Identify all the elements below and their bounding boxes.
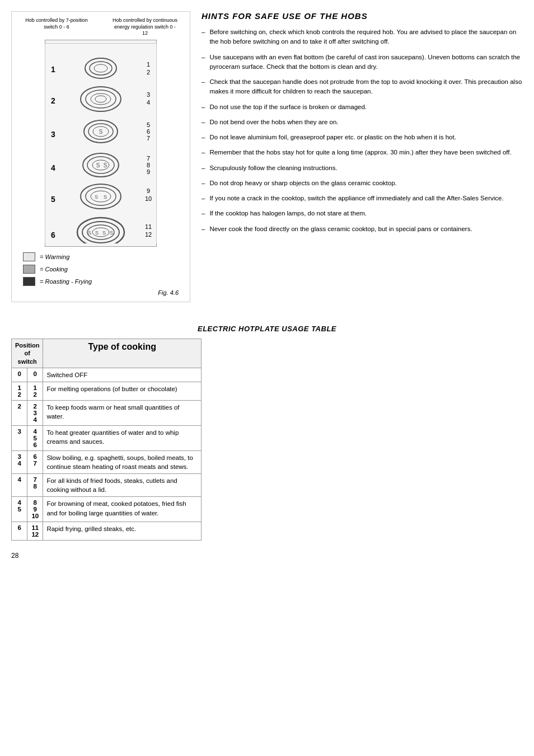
- hint-text: If the cooktop has halogen lamps, do not…: [209, 209, 523, 218]
- table-row: 22 3 4To keep foods warm or heat small q…: [12, 401, 202, 426]
- row6-s3: S: [102, 230, 106, 236]
- col-pos2: 11 12: [27, 522, 43, 541]
- hint-text: Use saucepans with an even flat bottom (…: [209, 53, 523, 72]
- row5-s1: S: [95, 194, 98, 200]
- left-panel: Hob controlled by 7-position switch 0 - …: [11, 11, 190, 302]
- hint-item: –Do not bend over the hobs when they are…: [202, 118, 523, 127]
- col-pos1: 0: [12, 368, 27, 382]
- hint-item: –Remember that the hobs stay hot for qui…: [202, 148, 523, 157]
- legend-box-medium: [23, 265, 35, 274]
- row1-right1: 1: [147, 61, 150, 68]
- row3-s: S: [99, 129, 103, 135]
- hint-item: –Do not use the top if the surface is br…: [202, 102, 523, 112]
- legend-roasting-label: = Roasting - Frying: [40, 278, 92, 285]
- hint-dash: –: [202, 148, 205, 157]
- table-header-type: Type of cooking: [43, 339, 202, 368]
- table-body: 00Switched OFF1 21 2For melting operatio…: [12, 368, 202, 540]
- table-row: 34 5 6To heat greater quantities of wate…: [12, 426, 202, 451]
- legend-warming-label: = Warming: [40, 253, 69, 260]
- hint-item: –Do not drop heavy or sharp objects on t…: [202, 179, 523, 188]
- hob-svg: 1 1 2 2 3 4 3: [45, 43, 157, 243]
- col-desc: Rapid frying, grilled steaks, etc.: [43, 522, 202, 541]
- row4-right2: 8: [147, 162, 150, 168]
- row4-s2: S: [104, 162, 107, 168]
- row4-left: 4: [51, 163, 55, 172]
- hint-dash: –: [202, 179, 205, 188]
- row6-left: 6: [51, 231, 55, 240]
- legend-box-light: [23, 252, 35, 261]
- row2-right2: 4: [147, 99, 150, 106]
- hint-text: Never cook the food directly on the glas…: [209, 224, 523, 234]
- hints-list: –Before switching on, check which knob c…: [202, 27, 523, 234]
- col-pos1: 6: [12, 522, 27, 541]
- col-desc: For all kinds of fried foods, steaks, cu…: [43, 474, 202, 497]
- col-desc: To heat greater quantities of water and …: [43, 426, 202, 451]
- label-7pos: Hob controlled by 7-position switch 0 - …: [23, 17, 90, 37]
- hints-title: HINTS FOR SAFE USE OF THE HOBS: [202, 11, 523, 21]
- col-pos1: 2: [12, 401, 27, 426]
- hint-item: –Do not leave aluminium foil, greaseproo…: [202, 133, 523, 142]
- hint-dash: –: [202, 27, 205, 47]
- hint-item: –If the cooktop has halogen lamps, do no…: [202, 209, 523, 218]
- row3-right3: 7: [147, 135, 150, 142]
- page-number: 28: [11, 552, 523, 560]
- hint-item: –If you note a crack in the cooktop, swi…: [202, 194, 523, 203]
- row6-s4: S: [110, 230, 113, 236]
- label-cont: Hob controlled by continuous energy regu…: [111, 17, 179, 37]
- page-container: Hob controlled by 7-position switch 0 - …: [11, 11, 523, 560]
- hint-dash: –: [202, 194, 205, 203]
- row3-left: 3: [51, 130, 55, 139]
- hint-dash: –: [202, 163, 205, 173]
- col-pos1: 4 5: [12, 497, 27, 522]
- row4-s: S: [96, 162, 100, 168]
- row5-s2: S: [104, 194, 107, 200]
- hint-text: Do not drop heavy or sharp objects on th…: [209, 179, 523, 188]
- row2-right1: 3: [147, 91, 150, 98]
- col-pos1: 3 4: [12, 451, 27, 474]
- row6-right2: 12: [145, 231, 152, 238]
- row2-left: 2: [51, 96, 55, 105]
- table-header-position: Position of switch: [12, 339, 43, 368]
- row6-s2: S: [95, 230, 99, 236]
- hint-item: –Scrupulously follow the cleaning instru…: [202, 163, 523, 173]
- row3-right2: 6: [147, 128, 150, 135]
- table-title: ELECTRIC HOTPLATE USAGE TABLE: [11, 325, 523, 333]
- legend-cooking-label: = Cooking: [40, 266, 68, 273]
- hint-item: –Check that the saucepan handle does not…: [202, 77, 523, 97]
- hint-dash: –: [202, 53, 205, 72]
- col-pos2: 7 8: [27, 474, 43, 497]
- legend-warming: = Warming: [23, 252, 184, 261]
- table-row: 00Switched OFF: [12, 368, 202, 382]
- col-desc: To keep foods warm or heat small quantit…: [43, 401, 202, 426]
- col-pos2: 0: [27, 368, 43, 382]
- row1-right2: 2: [147, 69, 150, 76]
- col-desc: Switched OFF: [43, 368, 202, 382]
- hint-text: If you note a crack in the cooktop, swit…: [209, 194, 523, 203]
- bottom-section: ELECTRIC HOTPLATE USAGE TABLE Position o…: [11, 325, 523, 541]
- row3-right1: 5: [147, 121, 150, 128]
- legend-cooking: = Cooking: [23, 265, 184, 274]
- hint-dash: –: [202, 224, 205, 234]
- hint-dash: –: [202, 133, 205, 142]
- hint-text: Scrupulously follow the cleaning instruc…: [209, 163, 523, 173]
- col-pos1: 1 2: [12, 382, 27, 401]
- row4-right3: 9: [147, 168, 150, 175]
- col-desc: Slow boiling, e.g. spaghetti, soups, boi…: [43, 451, 202, 474]
- row6-right1: 11: [145, 223, 152, 230]
- hint-item: –Never cook the food directly on the gla…: [202, 224, 523, 234]
- table-row: 4 58 9 10For browning of meat, cooked po…: [12, 497, 202, 522]
- hint-text: Do not leave aluminium foil, greaseproof…: [209, 133, 523, 142]
- hint-dash: –: [202, 102, 205, 112]
- legend-area: = Warming = Cooking = Roasting - Frying: [17, 252, 184, 286]
- top-section: Hob controlled by 7-position switch 0 - …: [11, 11, 523, 302]
- hint-dash: –: [202, 118, 205, 127]
- diagram-labels: Hob controlled by 7-position switch 0 - …: [17, 17, 184, 37]
- row5-right2: 10: [145, 195, 152, 202]
- hint-item: –Before switching on, check which knob c…: [202, 27, 523, 47]
- hint-text: Remember that the hobs stay hot for quit…: [209, 148, 523, 157]
- hint-dash: –: [202, 77, 205, 97]
- table-row: 47 8For all kinds of fried foods, steaks…: [12, 474, 202, 497]
- row5-right1: 9: [147, 187, 150, 194]
- table-row: 3 46 7Slow boiling, e.g. spaghetti, soup…: [12, 451, 202, 474]
- row5-left: 5: [51, 195, 55, 204]
